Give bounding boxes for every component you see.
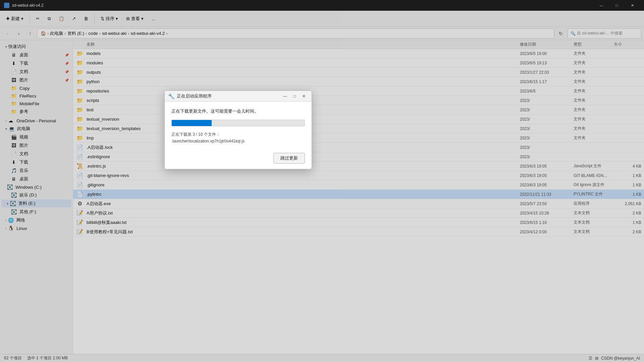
table-row[interactable]: 📁 textual_inversion_templates 2023/ 文件夹 [73,124,644,133]
new-button[interactable]: ✚ 新建 ▾ [3,14,27,24]
breadcrumb-drive[interactable]: 资料 (E:) [67,31,85,37]
sidebar-item-desktop1[interactable]: 🖥 桌面 📌 [1,51,71,59]
sidebar: ▾ 快速访问 🖥 桌面 📌 ⬇ 下载 📌 📄 文档 📌 🖼 图片 � [0,40,73,354]
table-row[interactable]: 📁 models 2023/6/5 19:00 文件夹 [73,49,644,58]
sidebar-item-download2[interactable]: ⬇ 下载 [1,158,71,166]
table-row[interactable]: 📄 .pylintrc 2022/11/21 11:33 PYLINTRC 文件… [73,190,644,199]
table-row[interactable]: 📄 .eslintignore 2023/ [73,152,644,162]
sidebar-item-docs2[interactable]: 📄 文档 [1,150,71,158]
sidebar-item-mobilefile[interactable]: 📁 MobileFile [1,100,71,107]
dialog-app-icon: 🔧 [168,93,174,99]
folder-icon: 📁 [73,116,87,122]
table-row[interactable]: ⚙ A启动器.exe 2023/5/7 23:50 应用程序 2,051 KB [73,199,644,208]
desktop-icon: 🖥 [11,52,17,58]
file-size: 1 KB [614,183,644,187]
sort-button[interactable]: ⇅ 排序 ▾ [97,14,121,24]
table-row[interactable]: 📜 .eslintrc.js 2023/6/3 19:05 JavaScript… [73,162,644,171]
table-row[interactable]: 📄 .git-blame-ignore-revs 2023/6/3 19:05 … [73,171,644,180]
breadcrumb[interactable]: 🏠 › 此电脑 › 资料 (E:) › code › sd-webui-aki … [37,28,554,39]
table-row[interactable]: 📁 tmp 2023/ 文件夹 [73,133,644,143]
sidebar-item-drive-e[interactable]: ▾ 💽 资料 (E:) [1,199,71,207]
file-date: 2023/6/15 1:16 [520,220,574,225]
sidebar-item-desktop2[interactable]: 🖥 桌面 [1,175,71,183]
sidebar-network[interactable]: › 🌐 网络 [1,216,71,224]
dialog-minimize-button[interactable]: — [281,93,289,100]
table-row[interactable]: 📄 .gitignore 2023/6/3 19:05 Git Ignore 源… [73,180,644,190]
col-date-header[interactable]: 修改日期 [520,42,574,47]
table-row[interactable]: 📝 A用户协议.txt 2023/4/15 10:28 文本文档 2 KB [73,208,644,218]
sidebar-item-video[interactable]: 🎬 视频 [1,133,71,141]
dialog-body: 正在下载更新文件。这可能需要一会儿时间。 正在下载第 3 / 10 个文件： .… [165,102,312,149]
sidebar-item-docs1[interactable]: 📄 文档 📌 [1,68,71,76]
minimize-button[interactable]: — [594,0,609,11]
close-button[interactable]: ✕ [625,0,640,11]
col-type-header[interactable]: 类型 [574,42,614,47]
linux-arrow: › [5,227,6,230]
file-size: 1 KB [614,192,644,197]
folder-icon: 📁 [73,97,87,104]
table-row[interactable]: 📄 .A启动器.lock 2023/ [73,143,644,152]
table-row[interactable]: 📁 repositories 2023/6/5 文件夹 [73,86,644,96]
paste-button[interactable]: 📋 [55,14,67,23]
sidebar-item-pics2[interactable]: 🖼 图片 [1,141,71,149]
sidebar-item-pics1[interactable]: 🖼 图片 📌 [1,76,71,84]
table-row[interactable]: 📁 textual_inversion 2023/ 文件夹 [73,115,644,124]
view-grid-icon[interactable]: ⊞ [595,356,598,361]
sidebar-item-drive-c[interactable]: 💽 Windows (C:) [1,183,71,191]
network-icon: 🌐 [8,218,14,223]
table-row[interactable]: 📁 scripts 2023/ 文件夹 [73,96,644,105]
table-row[interactable]: 📁 test 2023/ 文件夹 [73,105,644,115]
breadcrumb-current[interactable]: sd-webui-aki-v4.2 [130,31,165,36]
sidebar-item-copy[interactable]: 📁 Copy [1,84,71,92]
sidebar-item-drive-d[interactable]: 💽 娱乐 (D:) [1,191,71,199]
search-box[interactable]: 🔍 在 sd-webui-aki-... 中搜索 [568,28,641,39]
col-size-header[interactable]: 大小 [614,42,644,47]
folder-icon: 📁 [73,78,87,85]
copy-button[interactable]: ⧉ [44,14,54,23]
back-button[interactable]: ‹ [3,29,12,38]
delete-button[interactable]: 🗑 [80,14,92,23]
breadcrumb-sdwebui[interactable]: sd-webui-aki [102,31,126,36]
file-date: 2023/4/15 10:28 [520,211,574,216]
cut-button[interactable]: ✂ [33,14,43,23]
dialog-close-button[interactable]: ✕ [300,93,308,100]
selected-info: 选中 1 个项目 2.00 MB [27,355,68,361]
sidebar-item-filerecv[interactable]: 📁 FileRecv [1,92,71,100]
refresh-button[interactable]: ↻ [556,29,566,38]
download2-icon: ⬇ [11,160,17,165]
table-row[interactable]: 📝 B使用教程+常见问题.txt 2023/4/12 0:00 文本文档 2 K… [73,227,644,237]
sidebar-quick-access-header[interactable]: ▾ 快速访问 [1,43,71,51]
sidebar-item-drive-f[interactable]: 💽 其他 (F:) [1,208,71,216]
sidebar-item-ref[interactable]: 📁 参考 [1,108,71,116]
sidebar-item-download1[interactable]: ⬇ 下载 📌 [1,59,71,67]
exe-icon: ⚙ [73,200,87,207]
addressbar: ‹ › ↑ 🏠 › 此电脑 › 资料 (E:) › code › sd-webu… [0,27,644,40]
table-row[interactable]: 📁 modules 2023/6/5 19:13 文件夹 [73,58,644,68]
file-icon: 📄 [73,172,87,179]
sidebar-item-music[interactable]: 🎵 音乐 [1,167,71,175]
table-row[interactable]: 📁 python 2023/6/15 1:17 文件夹 [73,77,644,86]
up-button[interactable]: ↑ [25,29,35,38]
view-button[interactable]: ⊞ 查看 ▾ [123,14,147,24]
forward-button[interactable]: › [14,29,23,38]
breadcrumb-pc[interactable]: 此电脑 [50,31,63,37]
sidebar-onedrive[interactable]: › ☁ OneDrive - Personal [1,117,71,124]
view-dropdown-icon: ▾ [141,16,144,21]
more-button[interactable]: ... [148,14,159,23]
file-date: 2023/6/5 [520,89,574,94]
skip-update-button[interactable]: 跳过更新 [273,153,305,164]
breadcrumb-code[interactable]: code [89,31,98,36]
view-list-icon[interactable]: ☰ [589,356,592,361]
file-type: Git Ignore 源文件 [574,182,614,188]
file-date: 2023/6/3 19:05 [520,173,574,178]
maximize-button[interactable]: □ [609,0,625,11]
share-button[interactable]: ↗ [69,14,79,23]
txt-icon: 📝 [73,219,87,226]
sidebar-thispc-header[interactable]: ▾ 💻 此电脑 [1,125,71,133]
file-size: 2 KB [614,230,644,234]
dialog-maximize-button[interactable]: □ [290,93,299,100]
sidebar-linux[interactable]: › 🐧 Linux [1,225,71,232]
col-name-header[interactable]: 名称 [73,42,520,47]
table-row[interactable]: 📁 outputs 2023/1/27 22:03 文件夹 [73,68,644,77]
table-row[interactable]: 📝 bilibili@秋葉aaaki.txt 2023/6/15 1:16 文本… [73,218,644,227]
